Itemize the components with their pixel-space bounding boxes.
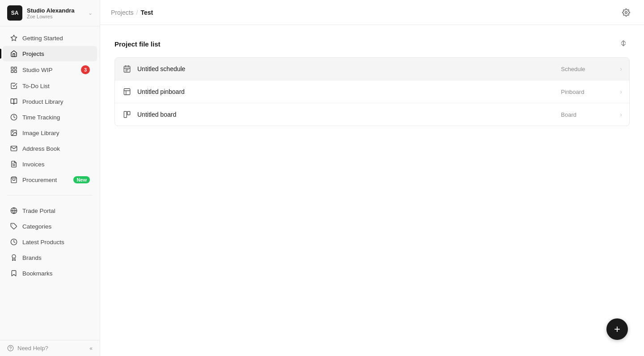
help-label: Need Help?	[17, 345, 48, 352]
sidebar-item-categories-label: Categories	[22, 223, 90, 230]
user-info: Studio Alexandra Zoe Lowres	[27, 7, 84, 19]
svg-rect-30	[124, 111, 127, 118]
chevron-right-icon: ›	[620, 65, 622, 72]
chevron-down-icon: ⌄	[88, 10, 93, 16]
sort-button[interactable]	[617, 38, 630, 50]
sidebar-item-studio-wip[interactable]: Studio WIP 3	[3, 62, 97, 78]
sidebar-item-image-library[interactable]: Image Library	[3, 125, 97, 140]
image-icon	[10, 129, 18, 137]
sidebar-item-projects-label: Projects	[22, 51, 90, 57]
svg-rect-1	[11, 67, 13, 69]
help-icon	[7, 345, 14, 352]
sidebar-item-address-book[interactable]: Address Book	[3, 141, 97, 156]
sidebar-item-product-library[interactable]: Product Library	[3, 94, 97, 109]
sidebar-item-invoices[interactable]: Invoices	[3, 157, 97, 172]
file-text-icon	[10, 160, 18, 168]
sidebar-item-getting-started-label: Getting Started	[22, 35, 90, 42]
sidebar-item-brands[interactable]: Brands	[3, 250, 97, 265]
file-type: Pinboard	[561, 89, 614, 95]
clock-icon	[10, 113, 18, 121]
file-row[interactable]: Untitled schedule Schedule ›	[115, 58, 629, 81]
breadcrumb-current: Test	[140, 9, 153, 16]
file-row[interactable]: Untitled board Board ›	[115, 103, 629, 126]
sidebar-header[interactable]: SA Studio Alexandra Zoe Lowres ⌄	[0, 0, 100, 26]
globe-icon	[10, 207, 18, 215]
studio-wip-badge: 3	[81, 65, 90, 74]
file-type: Schedule	[561, 66, 614, 72]
sidebar-item-trade-portal[interactable]: Trade Portal	[3, 203, 97, 218]
user-subtitle: Zoe Lowres	[27, 14, 84, 19]
file-name: Untitled schedule	[137, 65, 555, 72]
file-name: Untitled board	[137, 111, 555, 118]
sidebar-item-todo-label: To-Do List	[22, 83, 90, 89]
svg-rect-27	[124, 89, 130, 95]
sidebar-item-procurement[interactable]: Procurement New	[3, 172, 97, 187]
sidebar-item-product-library-label: Product Library	[22, 98, 90, 105]
svg-rect-2	[14, 67, 17, 69]
sidebar-item-latest-products-label: Latest Products	[22, 239, 90, 246]
svg-rect-3	[14, 70, 17, 72]
award-icon	[10, 254, 18, 262]
sidebar-item-address-book-label: Address Book	[22, 145, 90, 152]
contact-icon	[10, 144, 18, 153]
collapse-icon: «	[89, 345, 93, 352]
breadcrumb-separator: /	[136, 9, 138, 16]
topbar-actions	[619, 5, 633, 20]
check-square-icon	[10, 82, 18, 90]
bookmark-icon	[10, 269, 18, 277]
svg-marker-0	[11, 35, 17, 41]
sidebar-item-latest-products[interactable]: Latest Products	[3, 234, 97, 250]
svg-rect-31	[127, 111, 130, 115]
file-type: Board	[561, 111, 614, 118]
svg-point-7	[13, 131, 13, 132]
sidebar-item-brands-label: Brands	[22, 254, 90, 261]
sidebar-footer[interactable]: Need Help? «	[0, 340, 100, 356]
company-logo: SA	[7, 5, 22, 21]
user-name: Studio Alexandra	[27, 7, 84, 14]
project-file-list-title: Project file list	[114, 40, 161, 48]
home-icon	[10, 50, 18, 58]
file-name: Untitled pinboard	[137, 88, 555, 95]
sidebar-nav-bottom: Trade Portal Categories Latest Products	[0, 199, 100, 285]
sidebar-item-todo[interactable]: To-Do List	[3, 78, 97, 93]
sidebar-item-projects[interactable]: Projects	[3, 46, 97, 61]
star-icon	[10, 34, 18, 42]
sidebar: SA Studio Alexandra Zoe Lowres ⌄ Getting…	[0, 0, 100, 356]
file-list: Untitled schedule Schedule › Untitled pi…	[114, 57, 630, 126]
sidebar-nav-top: Getting Started Projects Studio WIP 3	[0, 26, 100, 191]
sidebar-item-time-tracking-label: Time Tracking	[22, 114, 90, 121]
svg-point-18	[625, 11, 627, 13]
topbar: Projects / Test	[100, 0, 644, 25]
shopping-bag-icon	[10, 176, 18, 184]
clock2-icon	[10, 238, 18, 246]
sidebar-item-image-library-label: Image Library	[22, 130, 90, 136]
procurement-badge: New	[73, 176, 90, 183]
breadcrumb: Projects / Test	[111, 9, 153, 16]
chevron-right-icon: ›	[620, 88, 622, 95]
sidebar-divider	[7, 195, 93, 195]
tag-icon	[10, 222, 18, 230]
pinboard-icon	[122, 87, 132, 97]
sidebar-item-getting-started[interactable]: Getting Started	[3, 30, 97, 46]
fab-button[interactable]: +	[606, 318, 628, 340]
svg-rect-21	[124, 66, 130, 72]
sidebar-item-time-tracking[interactable]: Time Tracking	[3, 110, 97, 125]
sidebar-item-bookmarks[interactable]: Bookmarks	[3, 266, 97, 281]
sidebar-item-trade-portal-label: Trade Portal	[22, 208, 90, 214]
grid-icon	[10, 66, 18, 74]
sidebar-item-procurement-label: Procurement	[22, 177, 69, 183]
book-open-icon	[10, 97, 18, 106]
file-row[interactable]: Untitled pinboard Pinboard ›	[115, 81, 629, 103]
breadcrumb-parent[interactable]: Projects	[111, 9, 134, 16]
schedule-icon	[122, 64, 132, 74]
svg-rect-4	[11, 70, 13, 72]
sidebar-item-invoices-label: Invoices	[22, 161, 90, 168]
sidebar-item-categories[interactable]: Categories	[3, 219, 97, 234]
sidebar-item-studio-wip-label: Studio WIP	[22, 67, 76, 73]
board-icon	[122, 110, 132, 119]
main-content: Projects / Test Project file list	[100, 0, 644, 356]
settings-button[interactable]	[619, 5, 633, 20]
sidebar-item-bookmarks-label: Bookmarks	[22, 270, 90, 277]
chevron-right-icon: ›	[620, 111, 622, 118]
content-area: Project file list Untitled schedule	[100, 25, 644, 356]
